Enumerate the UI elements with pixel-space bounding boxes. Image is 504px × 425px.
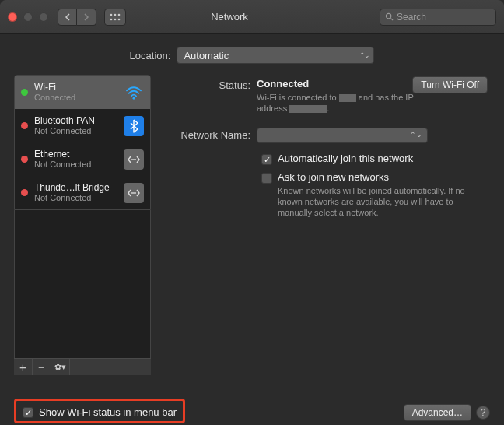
- search-input[interactable]: Search: [380, 9, 496, 26]
- show-status-label: Show Wi-Fi status in menu bar: [39, 406, 177, 418]
- status-dot-icon: [21, 89, 28, 96]
- remove-connection-button[interactable]: −: [33, 359, 51, 375]
- sidebar-item-thunderbolt[interactable]: Thunde…lt Bridge Not Connected: [15, 176, 150, 209]
- thunderbolt-icon: [124, 183, 144, 203]
- ethernet-icon: [124, 149, 144, 170]
- svg-point-8: [133, 97, 135, 99]
- status-dot-icon: [21, 156, 28, 163]
- location-select[interactable]: Automatic: [177, 47, 374, 64]
- connection-settings-button[interactable]: ✿▾: [51, 359, 70, 375]
- svg-point-11: [135, 159, 136, 160]
- close-icon[interactable]: [8, 12, 17, 22]
- turn-wifi-off-button[interactable]: Turn Wi-Fi Off: [412, 76, 488, 93]
- svg-point-6: [386, 13, 390, 18]
- add-connection-button[interactable]: +: [14, 359, 33, 375]
- network-name-label: Network Name:: [160, 128, 257, 143]
- sidebar-toolbar: + − ✿▾: [14, 358, 151, 375]
- advanced-button[interactable]: Advanced…: [404, 404, 471, 421]
- search-placeholder: Search: [397, 12, 426, 23]
- status-description: Wi-Fi is connected to and has the IP add…: [257, 92, 428, 114]
- auto-join-checkbox-row[interactable]: Automatically join this network: [261, 153, 490, 165]
- bluetooth-icon: [124, 116, 144, 136]
- checkbox-checked-icon[interactable]: [261, 154, 272, 165]
- sidebar-item-ethernet[interactable]: Ethernet Not Connected: [15, 142, 150, 176]
- wifi-icon: [124, 83, 144, 103]
- back-button[interactable]: [58, 9, 77, 26]
- location-label: Location:: [130, 50, 171, 61]
- sidebar-item-bluetooth[interactable]: Bluetooth PAN Not Connected: [15, 109, 150, 142]
- ask-join-checkbox-row[interactable]: Ask to join new networks Known networks …: [261, 171, 490, 218]
- svg-point-13: [133, 192, 135, 194]
- highlight-show-status: Show Wi-Fi status in menu bar: [14, 399, 185, 423]
- minimize-icon[interactable]: [23, 12, 33, 22]
- show-status-checkbox[interactable]: [23, 407, 33, 418]
- svg-point-12: [131, 192, 133, 194]
- status-label: Status:: [160, 78, 257, 114]
- window-title: Network: [79, 11, 380, 23]
- svg-point-14: [135, 192, 136, 194]
- connection-sidebar: Wi-Fi Connected Bluetooth PAN Not Connec…: [14, 75, 151, 210]
- maximize-icon[interactable]: [39, 12, 48, 22]
- status-dot-icon: [21, 189, 28, 196]
- svg-point-10: [133, 159, 135, 160]
- svg-point-9: [131, 159, 133, 160]
- location-row: Location: Automatic: [0, 34, 504, 75]
- details-panel: Turn Wi-Fi Off Status: Connected Wi-Fi i…: [160, 75, 490, 375]
- window-controls: [8, 12, 48, 22]
- svg-line-7: [390, 18, 393, 20]
- checkbox-unchecked-icon[interactable]: [261, 173, 272, 184]
- network-name-select[interactable]: [257, 128, 428, 143]
- status-dot-icon: [21, 122, 28, 129]
- help-button[interactable]: ?: [476, 406, 490, 420]
- titlebar: Network Search: [0, 0, 504, 34]
- sidebar-item-wifi[interactable]: Wi-Fi Connected: [15, 76, 150, 109]
